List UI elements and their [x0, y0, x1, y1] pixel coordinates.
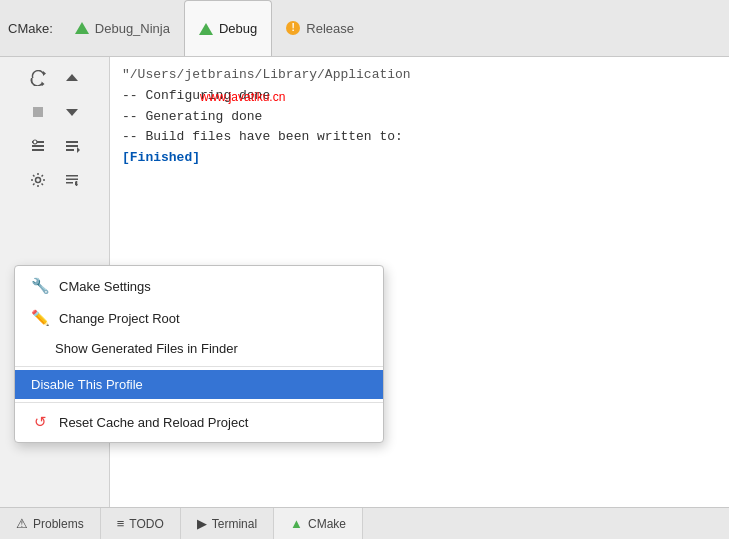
problems-icon: ⚠	[16, 516, 28, 531]
bottom-tab-terminal-label: Terminal	[212, 517, 257, 531]
svg-rect-12	[66, 182, 73, 184]
menu-item-reset-cache-label: Reset Cache and Reload Project	[59, 415, 248, 430]
content-line-4: -- Build files have been written to:	[122, 127, 717, 148]
cmake-label: CMake:	[8, 21, 53, 36]
triangle-icon-debug-ninja	[75, 22, 89, 34]
todo-icon: ≡	[117, 516, 125, 531]
tab-debug-ninja[interactable]: Debug_Ninja	[61, 0, 184, 56]
svg-rect-10	[66, 175, 78, 177]
tab-bar: CMake: Debug_Ninja Debug ! Release	[0, 0, 729, 57]
scroll-up-button[interactable]	[57, 64, 87, 92]
svg-marker-8	[77, 147, 80, 153]
menu-item-cmake-settings-label: CMake Settings	[59, 279, 151, 294]
svg-rect-0	[33, 107, 43, 117]
list-button[interactable]	[57, 132, 87, 160]
toolbar-row-3	[0, 129, 109, 163]
svg-rect-6	[66, 145, 78, 147]
menu-item-change-project-root[interactable]: ✏️ Change Project Root	[15, 302, 383, 334]
toolbar-row-2	[0, 95, 109, 129]
bottom-tab-cmake-label: CMake	[308, 517, 346, 531]
download-list-button[interactable]	[57, 166, 87, 194]
bottom-bar: ⚠ Problems ≡ TODO ▶ Terminal ▲ CMake	[0, 507, 729, 539]
menu-item-disable-profile[interactable]: Disable This Profile	[15, 370, 383, 399]
bottom-tab-cmake[interactable]: ▲ CMake	[274, 508, 363, 539]
menu-item-disable-profile-label: Disable This Profile	[31, 377, 143, 392]
terminal-icon: ▶	[197, 516, 207, 531]
pencil-icon: ✏️	[31, 309, 49, 327]
settings-alt-button[interactable]	[23, 132, 53, 160]
content-line-1: "/Users/jetbrains/Library/Application	[122, 65, 717, 86]
gear-button[interactable]	[23, 166, 53, 194]
context-menu: 🔧 CMake Settings ✏️ Change Project Root …	[14, 265, 384, 443]
bottom-tab-todo[interactable]: ≡ TODO	[101, 508, 181, 539]
svg-rect-5	[66, 141, 78, 143]
bottom-tab-todo-label: TODO	[129, 517, 163, 531]
bottom-tab-terminal[interactable]: ▶ Terminal	[181, 508, 274, 539]
warning-icon-release: !	[286, 21, 300, 35]
menu-item-reset-cache[interactable]: ↺ Reset Cache and Reload Project	[15, 406, 383, 438]
tab-label-debug-ninja: Debug_Ninja	[95, 21, 170, 36]
reload-button[interactable]	[23, 64, 53, 92]
triangle-icon-debug	[199, 23, 213, 35]
bottom-tab-problems-label: Problems	[33, 517, 84, 531]
watermark: www.javatiku.cn	[200, 90, 285, 104]
toolbar-row-4	[0, 163, 109, 197]
svg-point-9	[35, 178, 40, 183]
tab-release[interactable]: ! Release	[272, 0, 368, 56]
menu-item-show-generated-label: Show Generated Files in Finder	[55, 341, 238, 356]
content-line-3: -- Generating done	[122, 107, 717, 128]
svg-point-4	[33, 140, 37, 144]
toolbar-row-1	[0, 61, 109, 95]
tab-label-release: Release	[306, 21, 354, 36]
tab-label-debug: Debug	[219, 21, 257, 36]
svg-rect-2	[32, 145, 44, 147]
svg-rect-3	[32, 149, 44, 151]
svg-rect-7	[66, 149, 74, 151]
reload-icon: ↺	[31, 413, 49, 431]
tab-debug[interactable]: Debug	[184, 0, 272, 56]
wrench-icon: 🔧	[31, 277, 49, 295]
bottom-tab-problems[interactable]: ⚠ Problems	[0, 508, 101, 539]
stop-button[interactable]	[23, 98, 53, 126]
menu-item-change-project-root-label: Change Project Root	[59, 311, 180, 326]
scroll-down-button[interactable]	[57, 98, 87, 126]
menu-divider-2	[15, 402, 383, 403]
cmake-bottom-icon: ▲	[290, 516, 303, 531]
content-line-5: [Finished]	[122, 148, 717, 169]
menu-item-show-generated[interactable]: Show Generated Files in Finder	[15, 334, 383, 363]
menu-divider	[15, 366, 383, 367]
svg-rect-11	[66, 179, 78, 181]
menu-item-cmake-settings[interactable]: 🔧 CMake Settings	[15, 270, 383, 302]
